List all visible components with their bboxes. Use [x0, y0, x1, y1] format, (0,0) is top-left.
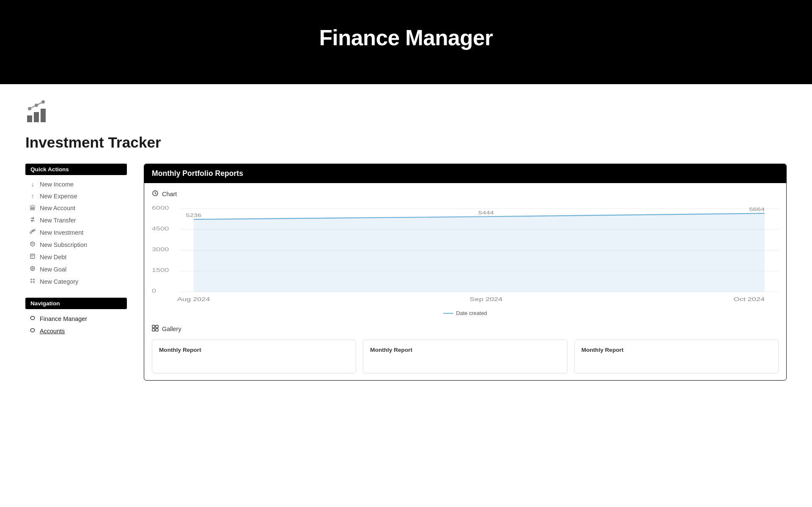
sidebar-item-new-goal[interactable]: New Goal [25, 263, 127, 275]
gallery-cards: Monthly Report Monthly Report Monthly Re… [152, 340, 779, 373]
navigation-header: Navigation [25, 298, 127, 309]
svg-text:Oct 2024: Oct 2024 [734, 296, 765, 302]
gallery-card-label: Monthly Report [370, 347, 412, 353]
sidebar-item-new-income[interactable]: ↓ New Income [25, 178, 127, 190]
sidebar-item-new-account[interactable]: 🏛 New Account [25, 202, 127, 214]
sidebar-item-label: New Investment [40, 229, 83, 236]
gallery-toggle[interactable]: Gallery [152, 325, 779, 333]
page-title-area: Investment Tracker [0, 130, 812, 164]
chart-legend: Date created [152, 310, 779, 316]
sidebar-item-new-debt[interactable]: New Debt [25, 251, 127, 263]
sidebar-nav-item-label: Finance Manager [40, 315, 87, 322]
gallery-card-label: Monthly Report [159, 347, 201, 353]
svg-text:Aug 2024: Aug 2024 [177, 296, 210, 302]
sidebar-item-finance-manager[interactable]: Finance Manager [25, 312, 127, 325]
page-title: Investment Tracker [25, 134, 787, 151]
debt-icon [29, 253, 36, 260]
legend-line [443, 313, 453, 314]
category-icon [29, 278, 36, 285]
navigation-section: Navigation Finance Manager Acco [25, 298, 127, 337]
svg-text:4500: 4500 [152, 226, 169, 231]
monthly-portfolio-section: Monthly Portfolio Reports Chart [144, 164, 787, 381]
svg-point-10 [33, 229, 35, 231]
gallery-card-label: Monthly Report [582, 347, 624, 353]
svg-point-18 [31, 282, 32, 283]
svg-text:6000: 6000 [152, 205, 169, 211]
svg-point-19 [33, 282, 35, 283]
accounts-icon [29, 327, 36, 334]
finance-manager-icon [29, 315, 36, 322]
svg-rect-2 [41, 109, 46, 122]
sidebar-item-label: New Category [40, 278, 78, 285]
sidebar: Quick Actions ↓ New Income ↑ New Expense… [25, 164, 127, 391]
sidebar-item-label: New Subscription [40, 241, 87, 248]
arrow-up-icon: ↑ [29, 193, 36, 200]
svg-text:1500: 1500 [152, 267, 169, 273]
sidebar-item-new-category[interactable]: New Category [25, 275, 127, 288]
svg-point-15 [32, 268, 33, 269]
sidebar-item-accounts[interactable]: Accounts [25, 325, 127, 337]
sidebar-item-new-expense[interactable]: ↑ New Expense [25, 190, 127, 202]
svg-text:0: 0 [152, 288, 156, 293]
svg-text:5444: 5444 [478, 210, 494, 215]
svg-line-7 [36, 102, 43, 105]
svg-rect-1 [34, 112, 39, 122]
monthly-portfolio-body: Chart 6000 4500 3000 1500 0 [144, 183, 786, 380]
gallery-card-3[interactable]: Monthly Report [574, 340, 779, 373]
chart-toggle[interactable]: Chart [152, 190, 779, 198]
sidebar-item-label: New Transfer [40, 217, 76, 224]
sidebar-item-label: New Account [40, 205, 75, 211]
svg-text:Sep 2024: Sep 2024 [470, 296, 503, 302]
svg-rect-37 [152, 325, 155, 328]
monthly-portfolio-header: Monthly Portfolio Reports [144, 164, 786, 183]
goal-icon [29, 266, 36, 273]
svg-text:3000: 3000 [152, 247, 169, 252]
transfer-icon [29, 217, 36, 224]
svg-rect-38 [156, 325, 158, 328]
arrow-down-icon: ↓ [29, 181, 36, 188]
sidebar-item-label: New Income [40, 181, 74, 188]
svg-rect-39 [152, 329, 155, 331]
investment-tracker-icon [25, 97, 52, 124]
subscription-icon [29, 241, 36, 248]
investment-icon [29, 229, 36, 236]
bank-icon: 🏛 [29, 205, 36, 211]
sidebar-item-new-subscription[interactable]: New Subscription [25, 238, 127, 251]
chart-container: 6000 4500 3000 1500 0 [152, 205, 779, 307]
svg-point-8 [30, 232, 32, 233]
legend-label: Date created [456, 310, 487, 316]
app-title: Finance Manager [8, 25, 804, 50]
svg-line-6 [30, 105, 36, 109]
sidebar-item-new-investment[interactable]: New Investment [25, 226, 127, 238]
chart-icon [152, 190, 159, 198]
sidebar-item-label: New Goal [40, 266, 66, 273]
sidebar-item-label: New Expense [40, 193, 77, 200]
sidebar-nav-item-label: Accounts [40, 328, 65, 334]
svg-point-16 [31, 279, 32, 280]
svg-rect-40 [156, 329, 158, 331]
gallery-toggle-label: Gallery [162, 326, 181, 332]
page-header: Finance Manager [0, 0, 812, 84]
gallery-icon [152, 325, 159, 333]
svg-rect-0 [27, 115, 32, 122]
svg-text:5664: 5664 [749, 207, 765, 212]
page-icon-area [0, 84, 812, 130]
gallery-card-1[interactable]: Monthly Report [152, 340, 356, 373]
svg-text:5236: 5236 [186, 213, 201, 218]
chart-toggle-label: Chart [162, 191, 177, 197]
quick-actions-list: ↓ New Income ↑ New Expense 🏛 New Account… [25, 178, 127, 288]
quick-actions-header: Quick Actions [25, 164, 127, 175]
content-area: Monthly Portfolio Reports Chart [144, 164, 787, 391]
main-layout: Quick Actions ↓ New Income ↑ New Expense… [0, 164, 812, 408]
chart-svg: 6000 4500 3000 1500 0 [152, 205, 779, 307]
gallery-card-2[interactable]: Monthly Report [363, 340, 567, 373]
sidebar-item-new-transfer[interactable]: New Transfer [25, 214, 127, 226]
sidebar-item-label: New Debt [40, 254, 66, 260]
svg-point-17 [33, 279, 35, 280]
